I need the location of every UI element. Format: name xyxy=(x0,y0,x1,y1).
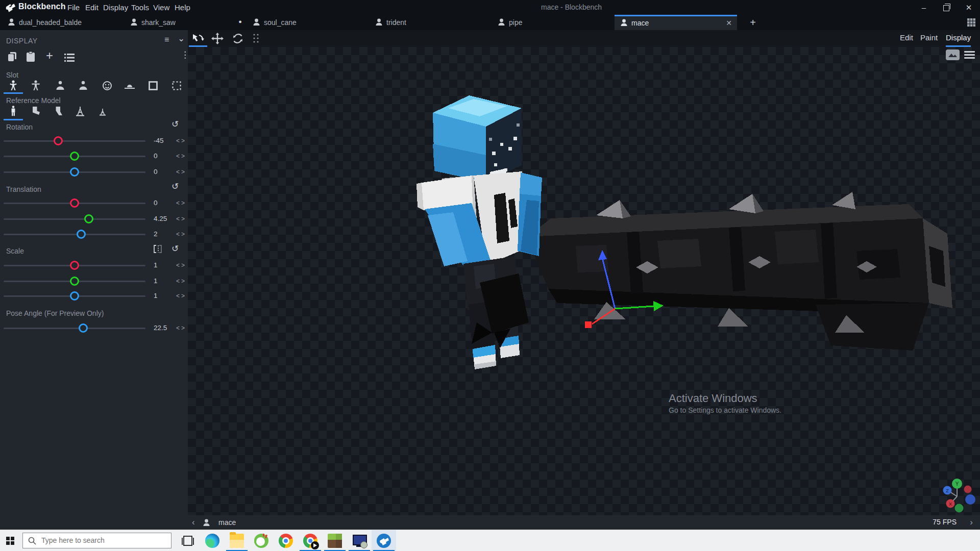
rotation-reset-icon[interactable]: ↻ xyxy=(172,119,179,130)
translation-y-knob[interactable] xyxy=(84,214,93,223)
stepper-arrows[interactable]: <> xyxy=(176,231,186,238)
slot-gui-icon[interactable] xyxy=(170,80,183,92)
taskbar-search[interactable] xyxy=(22,533,172,548)
stepper-arrows[interactable]: <> xyxy=(176,137,186,144)
view-orientation-gizmo[interactable]: Y Z X xyxy=(936,475,977,515)
scale-x-value[interactable]: 1 xyxy=(154,261,158,269)
menu-help[interactable]: Help xyxy=(175,3,190,12)
translation-y-value[interactable]: 4.25 xyxy=(154,215,167,222)
scale-y-value[interactable]: 1 xyxy=(154,277,158,285)
menu-tools[interactable]: Tools xyxy=(131,3,149,12)
pose-angle-knob[interactable] xyxy=(79,323,88,333)
project-tab-shark-saw[interactable]: shark_saw ● xyxy=(125,15,247,30)
slot-firstperson-right-icon[interactable] xyxy=(54,80,66,92)
rotation-x-knob[interactable] xyxy=(54,136,63,145)
scale-z-knob[interactable] xyxy=(70,291,79,300)
add-icon[interactable]: + xyxy=(46,48,53,63)
maximize-button[interactable] xyxy=(935,0,958,15)
start-button[interactable] xyxy=(6,537,14,545)
scale-reset-icon[interactable]: ↻ xyxy=(172,243,179,254)
menu-view[interactable]: View xyxy=(153,3,169,12)
taskbar-blockbench[interactable] xyxy=(372,530,396,551)
scale-mirror-icon[interactable] xyxy=(153,244,163,254)
stepper-arrows[interactable]: <> xyxy=(176,262,186,269)
panel-menu-icon[interactable]: ≡ xyxy=(164,35,169,44)
panel-collapse-chevron-icon[interactable]: ⌄ xyxy=(178,33,185,44)
stepper-arrows[interactable]: <> xyxy=(176,292,186,299)
format-grid-icon[interactable] xyxy=(967,18,976,27)
slider-track[interactable] xyxy=(4,218,145,220)
menu-display[interactable]: Display xyxy=(103,3,128,12)
paste-icon[interactable] xyxy=(24,51,37,63)
translation-z-knob[interactable] xyxy=(77,230,86,239)
project-tab-trident[interactable]: trident xyxy=(370,15,492,30)
task-view-button[interactable] xyxy=(176,530,200,551)
rotation-y-knob[interactable] xyxy=(70,152,79,161)
close-tab-icon[interactable]: ✕ xyxy=(726,19,732,27)
refmodel-armorstand-small-icon[interactable] xyxy=(96,105,109,117)
project-tab-dual-headed-balde[interactable]: dual_headed_balde xyxy=(2,15,125,30)
menu-edit[interactable]: Edit xyxy=(85,3,99,12)
toolbar-drag-handle-icon[interactable] xyxy=(249,32,263,45)
screenshot-button[interactable] xyxy=(946,49,960,60)
slot-thirdperson-left-icon[interactable] xyxy=(30,80,42,92)
menu-file[interactable]: File xyxy=(67,3,80,12)
rotation-z-knob[interactable] xyxy=(70,167,79,177)
tab-display[interactable]: Display xyxy=(946,30,971,47)
scale-x-knob[interactable] xyxy=(70,261,79,270)
stepper-arrows[interactable]: <> xyxy=(176,168,186,176)
viewport-canvas[interactable]: Activate Windows Go to Settings to activ… xyxy=(188,47,980,515)
close-window-button[interactable]: ✕ xyxy=(958,0,980,15)
new-tab-button[interactable]: + xyxy=(746,16,760,29)
stepper-arrows[interactable]: <> xyxy=(176,153,186,160)
slot-thirdperson-right-icon[interactable] xyxy=(7,80,19,92)
translation-z-value[interactable]: 2 xyxy=(154,230,158,238)
stepper-arrows[interactable]: <> xyxy=(176,324,186,332)
refmodel-arm-right-icon[interactable] xyxy=(29,105,41,117)
slider-track[interactable] xyxy=(4,140,145,142)
list-icon[interactable] xyxy=(63,52,76,64)
sync-icon[interactable] xyxy=(231,32,245,45)
translation-x-knob[interactable] xyxy=(70,198,79,208)
translation-reset-icon[interactable]: ↻ xyxy=(172,181,179,192)
rotation-z-value[interactable]: 0 xyxy=(154,168,158,176)
pivot-tool-icon[interactable] xyxy=(191,32,205,45)
taskbar-chrome-profile[interactable] xyxy=(298,530,323,551)
status-prev-chevron-icon[interactable]: ‹ xyxy=(192,517,195,528)
stepper-arrows[interactable]: <> xyxy=(176,215,186,222)
minimize-button[interactable]: – xyxy=(913,0,935,15)
slot-firstperson-left-icon[interactable] xyxy=(77,80,89,92)
slot-head-icon[interactable] xyxy=(101,80,113,92)
taskbar-file-explorer[interactable] xyxy=(225,530,249,551)
viewport-menu-icon[interactable] xyxy=(964,51,975,59)
refmodel-armorstand-icon[interactable] xyxy=(74,105,86,117)
project-tab-soul-cane[interactable]: soul_cane xyxy=(247,15,370,30)
taskbar-chrome[interactable] xyxy=(274,530,298,551)
rotation-y-value[interactable]: 0 xyxy=(154,152,158,160)
tab-edit[interactable]: Edit xyxy=(900,30,913,45)
slot-fixed-frame-icon[interactable] xyxy=(147,80,159,92)
slider-track[interactable] xyxy=(4,234,145,235)
scale-y-knob[interactable] xyxy=(70,277,79,286)
project-tab-mace-active[interactable]: mace ✕ xyxy=(615,15,737,30)
stepper-arrows[interactable]: <> xyxy=(176,199,186,207)
translation-x-value[interactable]: 0 xyxy=(154,199,158,207)
refmodel-player-icon[interactable] xyxy=(7,105,19,117)
move-tool-icon[interactable] xyxy=(210,32,225,45)
scale-z-value[interactable]: 1 xyxy=(154,292,158,299)
status-next-chevron-icon[interactable]: › xyxy=(970,517,973,528)
refmodel-arm-left-icon[interactable] xyxy=(52,105,64,117)
taskbar-system-app[interactable] xyxy=(347,530,372,551)
stepper-arrows[interactable]: <> xyxy=(176,278,186,285)
pose-angle-value[interactable]: 22.5 xyxy=(154,324,167,332)
search-input[interactable] xyxy=(40,536,165,545)
slot-ground-icon[interactable] xyxy=(124,80,136,92)
rotation-x-value[interactable]: -45 xyxy=(154,137,164,144)
taskbar-edge[interactable] xyxy=(200,530,225,551)
project-tab-pipe[interactable]: pipe xyxy=(492,15,615,30)
slider-track[interactable] xyxy=(4,328,145,329)
taskbar-minecraft[interactable] xyxy=(323,530,347,551)
copy-icon[interactable] xyxy=(6,51,18,63)
taskbar-coccoc[interactable] xyxy=(249,530,274,551)
tab-paint[interactable]: Paint xyxy=(920,30,938,45)
